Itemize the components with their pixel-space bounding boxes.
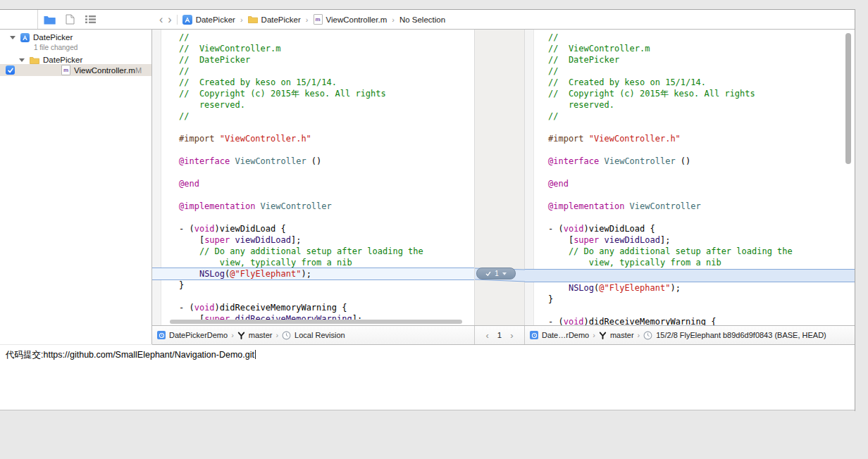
horizontal-scrollbar[interactable]	[170, 320, 462, 324]
folder-icon	[248, 15, 258, 23]
jump-project-label[interactable]: DatePickerDemo	[169, 331, 228, 339]
breadcrumb-label: DatePicker	[196, 15, 235, 24]
chevron-right-icon	[392, 15, 395, 24]
branch-icon	[599, 331, 607, 339]
code-line	[152, 144, 474, 156]
code-line: // DatePicker	[152, 54, 474, 65]
code-line: }	[152, 279, 474, 291]
disclosure-triangle-icon[interactable]	[19, 58, 25, 62]
code-line: // Created by keso on 15/1/14.	[152, 77, 474, 88]
code-line: // Do any additional setup after loading…	[152, 246, 474, 257]
code-line: @interface ViewController ()	[152, 156, 474, 167]
header-bar: DatePicker DatePicker m ViewController.m…	[0, 10, 855, 30]
clock-icon	[282, 331, 291, 340]
file-checkbox[interactable]	[6, 65, 15, 75]
code-pane-base[interactable]: //// ViewController.m// DatePicker//// C…	[525, 30, 855, 325]
code-content-base: //// ViewController.m// DatePicker//// C…	[525, 30, 855, 325]
document-view-icon[interactable]	[66, 14, 75, 25]
code-line	[152, 212, 474, 223]
breadcrumb-label: ViewController.m	[326, 15, 388, 24]
check-icon	[485, 271, 491, 277]
code-line: }	[525, 294, 855, 305]
sidebar-item-file[interactable]: m ViewController.m M	[0, 64, 151, 76]
code-line: view, typically from a nib	[525, 257, 855, 268]
code-line: //	[525, 32, 855, 43]
forward-button[interactable]	[168, 13, 171, 26]
previous-change-button[interactable]	[485, 330, 488, 341]
code-line: //	[152, 111, 474, 122]
jump-bar-base[interactable]: Date…rDemo master 15/2/8 FlyElephant b89…	[525, 326, 855, 344]
code-line: //	[152, 65, 474, 77]
code-line	[525, 122, 855, 133]
next-change-button[interactable]	[510, 330, 513, 341]
code-line	[525, 305, 855, 316]
code-line	[152, 189, 474, 201]
project-label: DatePicker	[33, 33, 73, 42]
code-line	[525, 167, 855, 178]
code-line: @interface ViewController ()	[525, 156, 855, 167]
code-line: // ViewController.m	[152, 43, 474, 54]
code-line: #import "ViewController.h"	[152, 133, 474, 144]
sheet-right-border	[855, 9, 855, 411]
breadcrumb-item-file[interactable]: m ViewController.m	[314, 14, 388, 25]
jump-project-label[interactable]: Date…rDemo	[542, 331, 589, 339]
code-line: - (void)viewDidLoad {	[152, 223, 474, 234]
code-line: - (void)viewDidLoad {	[525, 223, 855, 234]
code-line: //	[525, 111, 855, 122]
code-pane-local[interactable]: //// ViewController.m// DatePicker//// C…	[152, 30, 474, 325]
list-view-icon[interactable]	[85, 15, 97, 24]
chevron-right-icon	[638, 331, 640, 339]
footer-bar: Push to remote: origin/master Cancel Com…	[0, 411, 868, 459]
commit-message-input[interactable]: 代码提交:https://github.com/SmallElephant/Na…	[0, 345, 855, 410]
change-index: 1	[497, 331, 502, 339]
clock-icon	[643, 331, 652, 340]
code-line	[525, 212, 855, 223]
code-line: // Copyright (c) 2015年 keso. All rights	[152, 88, 474, 99]
chevron-right-icon	[275, 331, 278, 339]
branch-icon	[237, 331, 245, 339]
breadcrumb-item-selection[interactable]: No Selection	[399, 15, 445, 24]
chevron-down-icon[interactable]	[502, 272, 507, 275]
text-caret	[255, 350, 256, 359]
code-line: // DatePicker	[525, 54, 855, 65]
m-file-icon: m	[61, 65, 70, 75]
code-line: NSLog(@"FlyElephant");	[525, 282, 855, 294]
back-button[interactable]	[159, 13, 163, 26]
breadcrumb: DatePicker DatePicker m ViewController.m…	[159, 10, 445, 29]
code-line: //	[525, 65, 855, 77]
code-content-local: //// ViewController.m// DatePicker//// C…	[152, 30, 474, 325]
code-line: //	[152, 32, 474, 43]
code-line: - (void)didReceiveMemoryWarning {	[152, 302, 474, 313]
code-line: - (void)didReceiveMemoryWarning {	[525, 316, 855, 325]
jump-bar-local[interactable]: DatePickerDemo master Local Revision	[152, 326, 474, 344]
file-sidebar: DatePicker 1 file changed DatePicker m V…	[0, 30, 152, 344]
code-line: // ViewController.m	[525, 43, 855, 54]
code-line: NSLog(@"FlyElephant");	[152, 268, 474, 279]
sidebar-item-project[interactable]: DatePicker	[0, 32, 151, 43]
view-mode-switcher	[44, 10, 97, 29]
project-sublabel: 1 file changed	[0, 43, 151, 52]
code-line	[152, 167, 474, 178]
breadcrumb-item-project[interactable]: DatePicker	[182, 15, 235, 25]
code-line: @end	[152, 178, 474, 189]
disclosure-triangle-icon[interactable]	[10, 36, 16, 39]
xcode-commit-sheet: { "header": { "breadcrumb": [ {"label": …	[0, 0, 868, 459]
vertical-scrollbar[interactable]	[845, 33, 851, 164]
folder-icon	[30, 56, 39, 64]
version-doc-icon	[530, 331, 538, 339]
diff-empty-line	[525, 270, 855, 282]
project-icon	[182, 15, 192, 25]
breadcrumb-item-folder[interactable]: DatePicker	[248, 15, 301, 24]
code-line: @end	[525, 178, 855, 189]
code-line: reserved.	[152, 99, 474, 111]
code-line: [super viewDidLoad];	[525, 234, 855, 246]
chevron-right-icon	[306, 15, 309, 24]
jump-branch-label[interactable]: master	[610, 331, 634, 339]
jump-revision-label[interactable]: Local Revision	[294, 331, 345, 339]
code-line	[152, 122, 474, 133]
folder-view-icon[interactable]	[44, 15, 56, 25]
jump-branch-label[interactable]: master	[249, 331, 273, 339]
jump-revision-label[interactable]: 15/2/8 FlyElephant b89d6d9f0843 (BASE, H…	[656, 331, 826, 339]
diff-change-badge[interactable]: 1	[476, 268, 516, 279]
change-navigator: 1	[474, 326, 525, 344]
